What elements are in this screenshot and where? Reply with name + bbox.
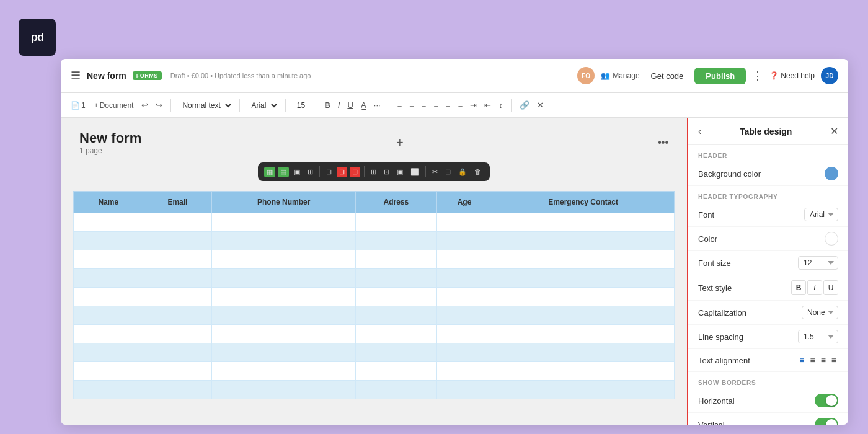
manage-button[interactable]: 👥 Manage bbox=[601, 71, 639, 80]
add-page-button[interactable]: + bbox=[396, 136, 404, 150]
table-cell[interactable] bbox=[492, 269, 675, 288]
table-cell[interactable] bbox=[492, 306, 675, 325]
lock-icon[interactable]: 🔒 bbox=[456, 167, 469, 177]
capitalization-select[interactable]: None bbox=[802, 306, 838, 319]
panel-back-button[interactable]: ‹ bbox=[698, 126, 701, 137]
doc-more-button[interactable]: ••• bbox=[658, 137, 668, 148]
vertical-toggle[interactable] bbox=[815, 418, 838, 425]
table-cell[interactable] bbox=[143, 381, 212, 399]
insert-icon[interactable]: ⊞ bbox=[368, 167, 379, 177]
table-cell[interactable] bbox=[436, 269, 492, 288]
table-cell[interactable] bbox=[436, 343, 492, 362]
table-cell[interactable] bbox=[212, 269, 356, 288]
align-center-icon[interactable]: ≡ bbox=[407, 99, 416, 111]
align-justify-btn[interactable]: ≡ bbox=[830, 354, 838, 366]
publish-button[interactable]: Publish bbox=[694, 68, 746, 84]
table-cell[interactable] bbox=[212, 306, 356, 325]
table-cell[interactable] bbox=[436, 232, 492, 250]
text-style-select[interactable]: Normal text bbox=[177, 99, 233, 112]
editor-area[interactable]: New form 1 page + ••• ▦ ▤ ▣ ⊞ ⊡ ⊟ ⊟ ⊞ ⊡ … bbox=[61, 118, 687, 425]
table-cell[interactable] bbox=[436, 381, 492, 399]
font-select[interactable]: Arial bbox=[246, 99, 279, 112]
table-style-2-icon[interactable]: ▤ bbox=[278, 167, 289, 177]
more-format-icon[interactable]: ··· bbox=[372, 99, 383, 111]
table-cell[interactable] bbox=[212, 250, 356, 269]
need-help-button[interactable]: ❓ Need help bbox=[769, 71, 815, 80]
table-cell[interactable] bbox=[143, 288, 212, 306]
table-cell[interactable] bbox=[356, 325, 437, 343]
border-icon[interactable]: ⬜ bbox=[408, 167, 422, 177]
align-left-icon[interactable]: ≡ bbox=[396, 99, 404, 111]
outdent-icon[interactable]: ⇤ bbox=[482, 99, 493, 111]
font-select-panel[interactable]: Arial bbox=[804, 208, 838, 221]
table-cell[interactable] bbox=[356, 250, 437, 269]
redo-icon[interactable]: ↪ bbox=[154, 99, 164, 111]
fill-icon[interactable]: ▣ bbox=[394, 167, 405, 177]
line-spacing-select[interactable]: 1.5 bbox=[798, 330, 838, 343]
indent-icon[interactable]: ⇥ bbox=[468, 99, 479, 111]
crop-icon[interactable]: ✂ bbox=[430, 167, 440, 177]
table-cell[interactable] bbox=[356, 381, 437, 399]
table-cell[interactable] bbox=[492, 213, 675, 232]
bold-icon[interactable]: B bbox=[322, 99, 332, 111]
clear-format-icon[interactable]: ✕ bbox=[535, 99, 546, 111]
table-cell[interactable] bbox=[74, 288, 143, 306]
table-cell[interactable] bbox=[212, 325, 356, 343]
grid-icon[interactable]: ⊡ bbox=[381, 167, 392, 177]
table-cell[interactable] bbox=[436, 306, 492, 325]
color-picker[interactable] bbox=[825, 232, 838, 246]
font-size-input[interactable] bbox=[292, 101, 309, 110]
table-cell[interactable] bbox=[143, 269, 212, 288]
table-cell[interactable] bbox=[356, 343, 437, 362]
underline-icon[interactable]: U bbox=[345, 99, 355, 111]
table-cell[interactable] bbox=[356, 232, 437, 250]
align-left-btn[interactable]: ≡ bbox=[797, 354, 806, 366]
font-size-select-panel[interactable]: 12 bbox=[798, 256, 838, 270]
table-cell[interactable] bbox=[143, 306, 212, 325]
table-cell[interactable] bbox=[74, 269, 143, 288]
get-code-button[interactable]: Get code bbox=[646, 69, 689, 83]
table-cell[interactable] bbox=[74, 362, 143, 381]
table-cell[interactable] bbox=[492, 362, 675, 381]
table-cell[interactable] bbox=[212, 381, 356, 399]
italic-button[interactable]: I bbox=[807, 280, 822, 295]
table-cell[interactable] bbox=[143, 250, 212, 269]
table-cell[interactable] bbox=[356, 288, 437, 306]
table-cell[interactable] bbox=[436, 250, 492, 269]
hamburger-icon[interactable]: ☰ bbox=[71, 69, 81, 82]
list-bullet-icon[interactable]: ≡ bbox=[444, 99, 453, 111]
table-cell[interactable] bbox=[436, 288, 492, 306]
bold-button[interactable]: B bbox=[791, 280, 806, 295]
underline-button[interactable]: U bbox=[823, 280, 838, 295]
table-cell[interactable] bbox=[356, 213, 437, 232]
table-style-4-icon[interactable]: ⊞ bbox=[305, 167, 316, 177]
table-cell[interactable] bbox=[143, 343, 212, 362]
align-justify-icon[interactable]: ≡ bbox=[432, 99, 440, 111]
user-avatar[interactable]: JD bbox=[821, 67, 838, 84]
table-cell[interactable] bbox=[74, 250, 143, 269]
table-cell[interactable] bbox=[74, 343, 143, 362]
table-prop-icon[interactable]: ⊟ bbox=[443, 167, 453, 177]
remove-row-icon[interactable]: ⊟ bbox=[350, 167, 360, 177]
undo-icon[interactable]: ↩ bbox=[140, 99, 150, 111]
table-cell[interactable] bbox=[143, 362, 212, 381]
add-col-left-icon[interactable]: ⊡ bbox=[324, 167, 334, 177]
line-spacing-icon[interactable]: ↕ bbox=[497, 99, 505, 111]
table-cell[interactable] bbox=[74, 325, 143, 343]
table-cell[interactable] bbox=[143, 213, 212, 232]
table-cell[interactable] bbox=[212, 288, 356, 306]
more-options-icon[interactable]: ⋮ bbox=[752, 69, 763, 82]
table-cell[interactable] bbox=[492, 343, 675, 362]
table-style-1-icon[interactable]: ▦ bbox=[264, 167, 275, 177]
table-cell[interactable] bbox=[212, 362, 356, 381]
table-cell[interactable] bbox=[74, 232, 143, 250]
table-cell[interactable] bbox=[356, 306, 437, 325]
table-cell[interactable] bbox=[212, 232, 356, 250]
table-cell[interactable] bbox=[74, 306, 143, 325]
add-document-button[interactable]: + Document bbox=[92, 100, 136, 111]
table-cell[interactable] bbox=[143, 325, 212, 343]
table-cell[interactable] bbox=[212, 343, 356, 362]
italic-icon[interactable]: I bbox=[336, 99, 342, 111]
table-cell[interactable] bbox=[74, 381, 143, 399]
align-right-btn[interactable]: ≡ bbox=[819, 354, 828, 366]
